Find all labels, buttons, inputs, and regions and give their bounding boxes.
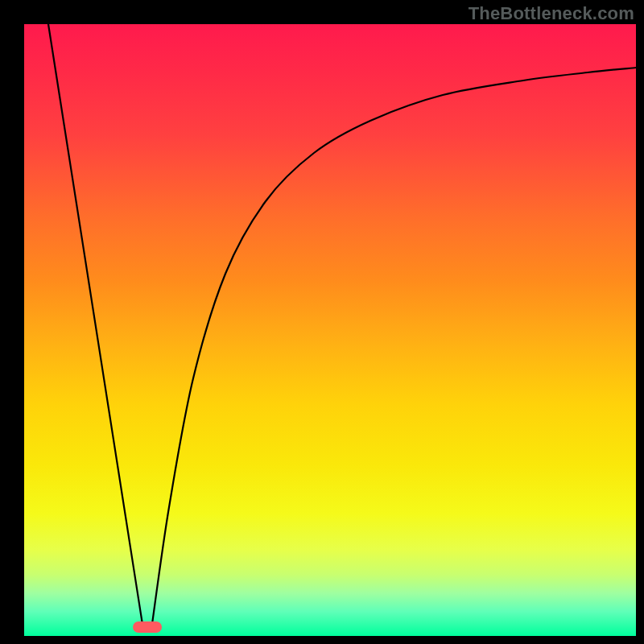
- bottleneck-curve: [24, 24, 636, 636]
- curve-left-branch: [48, 24, 143, 630]
- curve-right-branch: [151, 68, 636, 630]
- notch-marker: [133, 621, 162, 633]
- watermark-text: TheBottleneck.com: [469, 3, 634, 24]
- chart-frame: [24, 24, 636, 636]
